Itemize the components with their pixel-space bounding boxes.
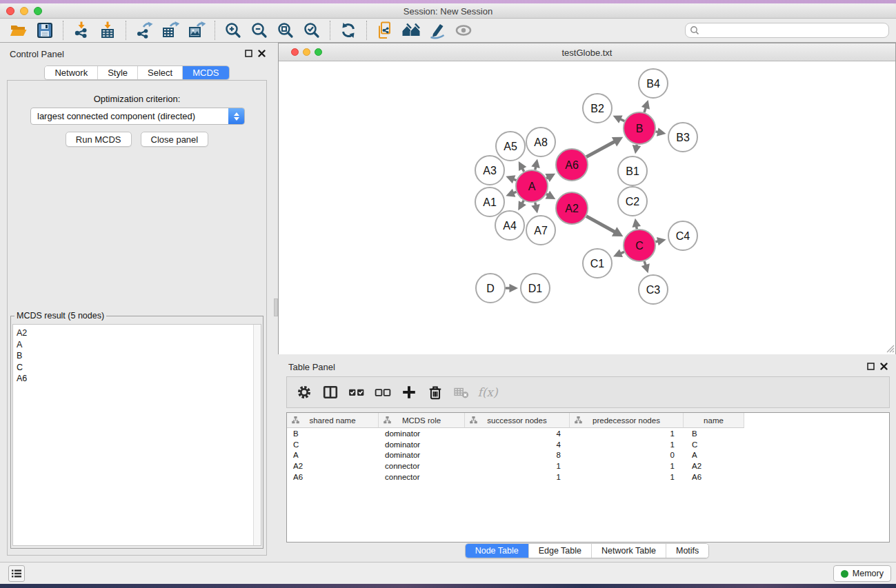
open-session-button[interactable] [6,20,32,41]
column-header-label: MCDS role [402,416,441,425]
refresh-view-button[interactable] [335,20,361,41]
tab-network-table[interactable]: Network Table [591,544,666,558]
delete-button[interactable] [427,383,444,401]
zoom-selected-button[interactable] [299,20,325,41]
tab-edge-table[interactable]: Edge Table [528,544,591,558]
table-cell[interactable]: dominator [379,429,465,438]
table-row[interactable]: A6connector11A6 [287,472,889,483]
graph-node-label: B3 [676,132,690,143]
import-network-button[interactable] [68,20,94,41]
close-panel-icon[interactable] [258,50,266,57]
table-cell[interactable]: 1 [570,462,684,470]
column-header-MCDS-role[interactable]: MCDS role [379,413,465,428]
function-builder-button[interactable]: f(x) [479,383,496,401]
show-hide-button[interactable] [450,20,477,41]
export-image-button[interactable] [183,20,210,41]
network-window-title: testGlobe.txt [279,48,895,58]
add-column-button[interactable] [401,383,417,401]
mcds-result-item[interactable]: A6 [17,373,261,385]
zoom-out-button[interactable] [246,20,272,41]
close-panel-button[interactable]: Close panel [141,132,209,147]
table-cell[interactable]: 4 [465,429,570,438]
table-cell[interactable]: B [684,429,744,438]
table-cell[interactable]: A6 [287,473,379,481]
deselect-all-button[interactable] [375,383,391,401]
tab-network[interactable]: Network [45,66,97,79]
table-cell[interactable]: A [287,451,379,459]
mcds-list-scrollbar[interactable] [253,325,261,545]
table-cell[interactable]: C [684,440,744,449]
table-cell[interactable]: B [287,429,379,438]
task-history-button[interactable] [8,565,25,582]
column-header-predecessor-nodes[interactable]: predecessor nodes [570,413,684,428]
columns-icon [323,385,338,400]
export-table-icon [161,21,179,39]
table-row[interactable]: Cdominator41C [287,439,889,450]
network-graph[interactable]: B4B2BB3A5A8A6B1A3AA1C2A2A4A7C4CC1C3DD1 [279,61,895,354]
delete-table-button[interactable] [453,383,470,401]
table-cell[interactable]: 8 [465,451,570,459]
float-panel-icon[interactable] [867,363,875,370]
zoom-in-button[interactable] [220,20,246,41]
annotation-button[interactable] [424,20,450,41]
float-panel-icon[interactable] [245,50,252,57]
table-cell[interactable]: 1 [570,473,684,481]
table-cell[interactable]: 1 [465,462,570,470]
graph-edge-A2-C[interactable] [586,216,615,232]
tab-node-table[interactable]: Node Table [466,544,528,558]
graph-node-label: B4 [646,78,660,90]
graph-edge-A6-B[interactable] [586,141,615,157]
column-header-label: name [704,416,724,425]
mcds-result-item[interactable]: C [17,362,261,374]
network-canvas[interactable]: B4B2BB3A5A8A6B1A3AA1C2A2A4A7C4CC1C3DD1 [279,61,895,354]
table-cell[interactable]: dominator [379,451,465,459]
tab-motifs[interactable]: Motifs [666,544,708,558]
table-cell[interactable]: 1 [570,440,684,449]
table-cell[interactable]: 4 [465,440,570,449]
toggle-columns-button[interactable] [322,383,339,401]
save-session-button[interactable] [32,20,58,41]
table-cell[interactable]: 1 [465,473,570,481]
mcds-result-item[interactable]: A [17,339,261,351]
column-header-successor-nodes[interactable]: successor nodes [465,413,570,428]
zoom-selected-icon [303,21,321,39]
criterion-dropdown[interactable]: largest connected component (directed) [30,108,245,125]
table-cell[interactable]: A [684,451,744,459]
memory-button[interactable]: Memory [833,565,891,582]
column-header-shared-name[interactable]: shared name [287,413,379,428]
home-button[interactable] [398,20,424,41]
table-cell[interactable]: A2 [684,462,744,470]
node-table[interactable]: shared nameMCDS rolesuccessor nodesprede… [286,412,890,543]
mcds-result-item[interactable]: B [17,350,261,362]
table-cell[interactable]: connector [379,473,465,481]
table-cell[interactable]: A6 [684,473,744,481]
table-row[interactable]: Bdominator41B [287,428,889,439]
tab-select[interactable]: Select [137,66,182,79]
table-cell[interactable]: dominator [379,440,465,449]
table-row[interactable]: A2connector11A2 [287,460,889,472]
table-cell[interactable]: A2 [287,462,379,470]
import-table-button[interactable] [94,20,121,41]
zoom-fit-button[interactable] [272,20,299,41]
search-input[interactable] [699,26,888,35]
select-all-icon [348,385,365,400]
table-cell[interactable]: connector [379,462,465,470]
close-panel-icon[interactable] [880,363,888,370]
search-field[interactable] [685,23,889,38]
refresh-icon [339,21,357,39]
column-header-name[interactable]: name [684,413,744,428]
mcds-result-item[interactable]: A2 [17,327,261,339]
tab-mcds[interactable]: MCDS [182,66,228,79]
table-settings-button[interactable] [296,383,312,401]
select-all-button[interactable] [348,383,365,401]
table-cell[interactable]: 0 [570,451,684,459]
clone-network-button[interactable] [372,20,398,41]
export-network-button[interactable] [131,20,157,41]
table-cell[interactable]: 1 [570,429,684,438]
table-row[interactable]: Adominator80A [287,449,889,460]
table-cell[interactable]: C [287,440,379,449]
export-table-button[interactable] [157,20,183,41]
tab-style[interactable]: Style [97,66,137,79]
run-mcds-button[interactable]: Run MCDS [66,132,132,147]
resize-grip-icon[interactable] [885,343,895,353]
